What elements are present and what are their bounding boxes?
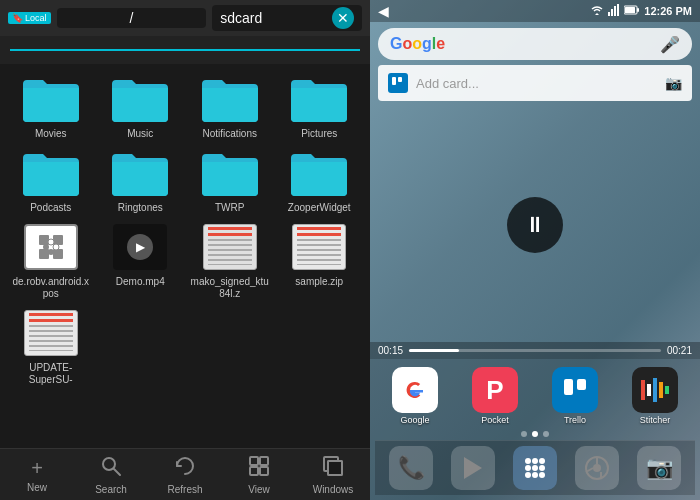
app-label-google: Google — [400, 415, 429, 425]
svg-point-42 — [532, 472, 538, 478]
refresh-label: Refresh — [167, 484, 202, 495]
folder-icon — [289, 148, 349, 198]
play-store-icon[interactable] — [451, 446, 495, 490]
update-icon — [24, 310, 78, 356]
folder-notifications[interactable]: Notifications — [189, 74, 271, 140]
new-icon: + — [31, 457, 43, 480]
svg-rect-6 — [43, 244, 49, 250]
wifi-icon — [590, 4, 604, 18]
folder-twrp[interactable]: TWRP — [189, 148, 271, 214]
svg-point-39 — [532, 465, 538, 471]
folder-label: TWRP — [215, 202, 244, 214]
time-display: 12:26 PM — [644, 5, 692, 17]
google-search-bar[interactable]: Google 🎤 — [378, 28, 692, 60]
folder-movies[interactable]: Movies — [10, 74, 92, 140]
progress-bar-area: 00:15 00:21 — [370, 342, 700, 359]
folder-music[interactable]: Music — [100, 74, 182, 140]
refresh-icon — [174, 455, 196, 482]
file-label: Demo.mp4 — [116, 276, 165, 288]
folder-label: Music — [127, 128, 153, 140]
app-google[interactable]: Google — [392, 367, 438, 425]
svg-point-36 — [532, 458, 538, 464]
svg-rect-7 — [53, 244, 59, 250]
svg-rect-31 — [653, 378, 657, 402]
close-button[interactable]: ✕ — [332, 7, 354, 29]
trello-app-icon — [552, 367, 598, 413]
file-grid: Movies Music Notifications Pictures Podc… — [0, 64, 370, 448]
svg-point-41 — [525, 472, 531, 478]
signal-icon — [608, 4, 620, 18]
phone-icon[interactable]: 📞 — [389, 446, 433, 490]
camera-dock-icon[interactable]: 📷 — [637, 446, 681, 490]
progress-fill — [409, 349, 459, 352]
svg-rect-20 — [617, 4, 619, 16]
svg-rect-30 — [647, 384, 651, 396]
trello-card-bar[interactable]: Add card... 📷 — [378, 65, 692, 101]
file-label: sample.zip — [295, 276, 343, 288]
apps-grid-icon[interactable] — [513, 446, 557, 490]
sdcard-bar[interactable]: sdcard ✕ — [212, 5, 362, 31]
app-pocket[interactable]: P Pocket — [472, 367, 518, 425]
folder-pictures[interactable]: Pictures — [279, 74, 361, 140]
file-demo-mp4[interactable]: ▶ Demo.mp4 — [100, 222, 182, 300]
svg-rect-23 — [637, 8, 639, 12]
svg-rect-19 — [614, 6, 616, 16]
svg-rect-4 — [48, 239, 54, 245]
bottom-toolbar: + New Search Refresh — [0, 448, 370, 500]
search-button[interactable]: Search — [74, 449, 148, 500]
file-mako[interactable]: mako_signed_ktu84l.z — [189, 222, 271, 300]
chrome-icon[interactable] — [575, 446, 619, 490]
folder-ringtones[interactable]: Ringtones — [100, 148, 182, 214]
view-button[interactable]: View — [222, 449, 296, 500]
google-logo: Google — [390, 35, 445, 53]
app-stitcher[interactable]: Stitcher — [632, 367, 678, 425]
right-content: ◀ — [370, 0, 700, 500]
mic-icon: 🎤 — [660, 35, 680, 54]
folder-label: Movies — [35, 128, 67, 140]
local-badge: 🔖 Local — [8, 12, 51, 24]
svg-rect-15 — [328, 461, 342, 475]
app-label-stitcher: Stitcher — [640, 415, 671, 425]
svg-rect-12 — [250, 467, 258, 475]
svg-rect-11 — [260, 457, 268, 465]
svg-point-45 — [593, 464, 601, 472]
file-sample-zip[interactable]: sample.zip — [279, 222, 361, 300]
file-update-supersu[interactable]: UPDATE-SuperSU- — [10, 308, 92, 386]
svg-rect-27 — [564, 379, 573, 395]
file-robv[interactable]: de.robv.android.xpos — [10, 222, 92, 300]
svg-rect-5 — [48, 249, 54, 255]
svg-rect-13 — [260, 467, 268, 475]
refresh-button[interactable]: Refresh — [148, 449, 222, 500]
search-label: Search — [95, 484, 127, 495]
file-label: de.robv.android.xpos — [10, 276, 92, 300]
sub-bar — [0, 36, 370, 64]
view-icon — [248, 455, 270, 482]
folder-zooperwidget[interactable]: ZooperWidget — [279, 148, 361, 214]
svg-marker-34 — [464, 457, 482, 479]
file-icon-puzzle — [21, 222, 81, 272]
folder-label: ZooperWidget — [288, 202, 351, 214]
new-button[interactable]: + New — [0, 449, 74, 500]
app-trello[interactable]: Trello — [552, 367, 598, 425]
path-text: / — [129, 10, 133, 26]
file-icon-video: ▶ — [110, 222, 170, 272]
folder-icon — [110, 74, 170, 124]
svg-rect-24 — [392, 77, 396, 85]
total-time: 00:21 — [667, 345, 692, 356]
progress-track[interactable] — [409, 349, 661, 352]
stitcher-app-icon — [632, 367, 678, 413]
folder-icon — [289, 74, 349, 124]
pause-button[interactable]: ⏸ — [507, 197, 563, 253]
page-dot — [543, 431, 549, 437]
trello-mini-logo — [388, 73, 408, 93]
folder-label: Podcasts — [30, 202, 71, 214]
svg-rect-28 — [577, 379, 586, 390]
path-bar[interactable]: / — [57, 8, 207, 28]
add-card-text: Add card... — [416, 76, 657, 91]
windows-button[interactable]: Windows — [296, 449, 370, 500]
app-label-trello: Trello — [564, 415, 586, 425]
current-time: 00:15 — [378, 345, 403, 356]
svg-point-35 — [525, 458, 531, 464]
folder-podcasts[interactable]: Podcasts — [10, 148, 92, 214]
svg-rect-2 — [39, 249, 49, 259]
